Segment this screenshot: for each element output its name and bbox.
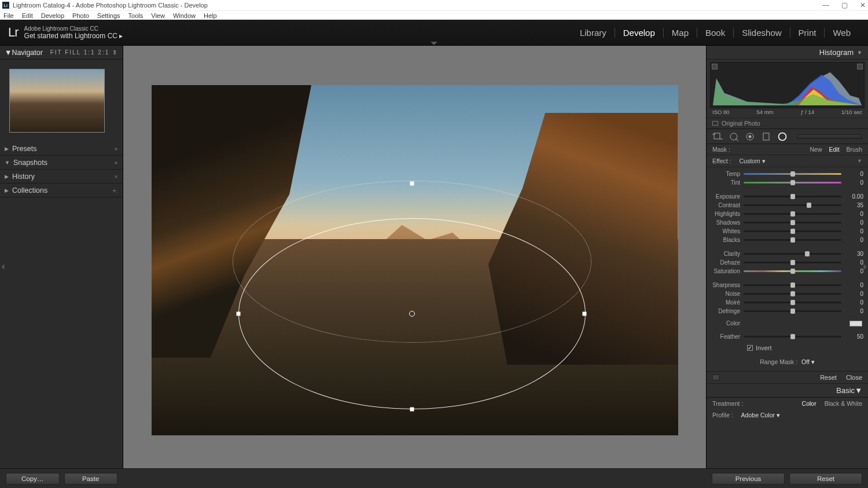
- menu-photo[interactable]: Photo: [72, 12, 89, 19]
- slider-moire[interactable]: Moiré 0: [707, 298, 863, 307]
- crop-tool-icon[interactable]: [712, 131, 723, 142]
- graduated-filter-icon[interactable]: [761, 131, 771, 142]
- menu-edit[interactable]: Edit: [22, 12, 33, 19]
- menu-help[interactable]: Help: [204, 12, 217, 19]
- slider-contrast[interactable]: Contrast 35: [707, 201, 863, 210]
- mask-brush[interactable]: Brush: [847, 146, 862, 153]
- tab-slideshow[interactable]: Slideshow: [734, 28, 790, 38]
- radial-handle-left[interactable]: [236, 311, 240, 315]
- local-reset-button[interactable]: Reset: [820, 374, 837, 381]
- slider-exposure-track[interactable]: [744, 196, 841, 197]
- profile-value[interactable]: Adobe Color ▾: [741, 412, 780, 419]
- module-tabs[interactable]: Library Develop Map Book Slideshow Print…: [572, 28, 868, 38]
- close-icon[interactable]: ✕: [860, 1, 866, 9]
- presets-header[interactable]: ▶ Presets +: [0, 142, 123, 156]
- slider-blacks-track[interactable]: [744, 239, 841, 241]
- right-panel-toggle[interactable]: [862, 249, 868, 284]
- menu-window[interactable]: Window: [173, 12, 196, 19]
- slider-highlights-track[interactable]: [744, 213, 841, 215]
- original-photo-toggle[interactable]: Original Photo: [707, 118, 868, 129]
- slider-noise[interactable]: Noise 0: [707, 289, 863, 298]
- radial-filter-center[interactable]: [409, 311, 415, 317]
- minimize-icon[interactable]: —: [822, 1, 829, 9]
- slider-saturation[interactable]: Saturation 0: [707, 267, 863, 276]
- slider-noise-track[interactable]: [744, 293, 841, 295]
- tab-web[interactable]: Web: [825, 28, 859, 38]
- maximize-icon[interactable]: ▢: [841, 1, 848, 9]
- tab-print[interactable]: Print: [790, 28, 825, 38]
- history-header[interactable]: ▶ History ×: [0, 170, 123, 184]
- effect-select[interactable]: Custom ▾: [740, 157, 766, 164]
- histogram-header[interactable]: Histogram ▼: [707, 46, 868, 60]
- collections-header[interactable]: ▶ Collections +.: [0, 184, 123, 197]
- brand-large[interactable]: Get started with Lightroom CC ▸: [24, 32, 123, 39]
- navigator-zoom[interactable]: FIT FILL 1:1 2:1 ⇕: [50, 49, 118, 56]
- canvas-area[interactable]: Show Edit Pins : Always ▾ Show Selected …: [123, 46, 706, 488]
- copy-button[interactable]: Copy…: [6, 473, 60, 485]
- slider-sharpness[interactable]: Sharpness 0: [707, 281, 863, 289]
- checkbox-icon[interactable]: [712, 121, 718, 126]
- slider-highlights[interactable]: Highlights 0: [707, 210, 863, 218]
- profile-row[interactable]: Profile : Adobe Color ▾: [707, 409, 868, 424]
- slider-saturation-track[interactable]: [744, 270, 841, 272]
- add-preset-button[interactable]: +: [115, 145, 118, 152]
- histogram[interactable]: [710, 62, 865, 108]
- slider-blacks[interactable]: Blacks 0: [707, 236, 863, 244]
- add-snapshot-button[interactable]: +: [115, 159, 118, 166]
- slider-feather[interactable]: Feather 50: [707, 332, 863, 341]
- effect-row[interactable]: Effect : Custom ▾ ▼: [707, 155, 868, 167]
- basic-header[interactable]: Basic ▼: [707, 384, 868, 398]
- navigator-header[interactable]: ▼ Navigator FIT FILL 1:1 2:1 ⇕: [0, 46, 123, 60]
- slider-exposure[interactable]: Exposure 0.00: [707, 192, 863, 201]
- tab-library[interactable]: Library: [572, 28, 615, 38]
- brush-size-slider[interactable]: [797, 134, 862, 139]
- menu-file[interactable]: File: [3, 12, 14, 19]
- color-swatch[interactable]: [849, 321, 862, 326]
- radial-filter-icon[interactable]: [777, 131, 788, 142]
- clear-history-button[interactable]: ×: [115, 173, 118, 180]
- menu-develop[interactable]: Develop: [41, 12, 64, 19]
- local-close-button[interactable]: Close: [846, 374, 862, 381]
- radial-handle-right[interactable]: [582, 311, 586, 315]
- slider-sharpness-track[interactable]: [744, 284, 841, 286]
- window-controls[interactable]: — ▢ ✕: [812, 1, 866, 9]
- left-panel-toggle[interactable]: [0, 249, 6, 284]
- mask-edit[interactable]: Edit: [829, 146, 839, 153]
- slider-tint[interactable]: Tint 0: [707, 178, 863, 187]
- slider-shadows-track[interactable]: [744, 222, 841, 223]
- treatment-color[interactable]: Color: [802, 400, 816, 407]
- treatment-bw[interactable]: Black & White: [825, 400, 862, 407]
- mask-new[interactable]: New: [810, 146, 822, 153]
- tab-map[interactable]: Map: [664, 28, 697, 38]
- slider-dehaze[interactable]: Dehaze 0: [707, 258, 863, 267]
- menu-settings[interactable]: Settings: [97, 12, 120, 19]
- snapshots-header[interactable]: ▼ Snapshots +: [0, 156, 123, 170]
- slider-temp-track[interactable]: [744, 173, 841, 175]
- slider-tint-track[interactable]: [744, 182, 841, 184]
- range-mask-value[interactable]: Off ▾: [801, 358, 815, 365]
- spot-tool-icon[interactable]: [729, 131, 739, 142]
- slider-clarity[interactable]: Clarity 30: [707, 249, 863, 258]
- color-row[interactable]: Color: [707, 318, 868, 330]
- slider-contrast-track[interactable]: [744, 204, 841, 206]
- navigator-thumbnail[interactable]: [9, 69, 105, 133]
- menu-view[interactable]: View: [151, 12, 165, 19]
- slider-defringe-track[interactable]: [744, 310, 841, 312]
- slider-whites-track[interactable]: [744, 230, 841, 232]
- invert-checkbox[interactable]: ✓: [747, 345, 753, 351]
- add-collection-button[interactable]: +.: [113, 187, 118, 194]
- invert-row[interactable]: ✓ Invert: [707, 343, 868, 355]
- slider-temp[interactable]: Temp 0: [707, 170, 863, 178]
- slider-feather-track[interactable]: [744, 336, 841, 337]
- tab-develop[interactable]: Develop: [615, 28, 664, 38]
- redeye-tool-icon[interactable]: [745, 131, 755, 142]
- range-mask-row[interactable]: Range Mask : Off ▾: [707, 355, 868, 371]
- slider-defringe[interactable]: Defringe 0: [707, 307, 863, 315]
- slider-clarity-track[interactable]: [744, 253, 841, 255]
- radial-handle-top[interactable]: [410, 181, 414, 185]
- previous-button[interactable]: Previous: [712, 473, 785, 485]
- slider-moire-track[interactable]: [744, 302, 841, 303]
- slider-whites[interactable]: Whites 0: [707, 227, 863, 236]
- radial-handle-bottom[interactable]: [410, 407, 414, 411]
- paste-button[interactable]: Paste: [64, 473, 118, 485]
